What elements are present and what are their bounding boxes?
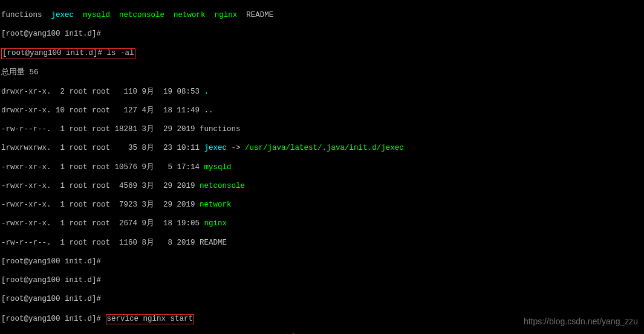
prompt-line: [root@yang100 init.d]#	[1, 276, 643, 286]
ls-row: -rwxr-xr-x. 1 root root 2674 9月 18 19:05…	[1, 219, 643, 229]
file-jexec: jexec	[51, 11, 74, 19]
ls-row: -rwxr-xr-x. 1 root root 10576 9月 5 17:14…	[1, 163, 643, 173]
prompt-line: [root@yang100 init.d]#	[1, 257, 643, 267]
file-mysqld: mysqld	[83, 11, 110, 19]
ls-row: drwxr-xr-x. 10 root root 127 4月 18 11:49…	[1, 106, 643, 116]
ls-row: drwxr-xr-x. 2 root root 110 9月 19 08:53 …	[1, 88, 643, 97]
ls-row: -rwxr-xr-x. 1 root root 4569 3月 29 2019 …	[1, 182, 643, 191]
file-nginx: nginx	[215, 11, 238, 19]
file-netconsole: netconsole	[119, 11, 164, 19]
cmd-ls: [root@yang100 init.d]# ls -al	[1, 48, 643, 59]
total-line: 总用量 56	[1, 68, 643, 78]
watermark-text: https://blog.csdn.net/yang_zzu	[524, 316, 638, 327]
prompt-line: [root@yang100 init.d]#	[1, 30, 643, 39]
terminal-output[interactable]: functions jexec mysqld netconsole networ…	[1, 1, 643, 334]
highlight-box-service: service nginx start	[106, 314, 195, 325]
prompt-line: [root@yang100 init.d]#	[1, 295, 643, 304]
ls-row: -rw-r--r--. 1 root root 18281 3月 29 2019…	[1, 125, 643, 135]
ls-topline: functions jexec mysqld netconsole networ…	[1, 11, 643, 21]
highlight-box-ls: [root@yang100 init.d]# ls -al	[1, 48, 135, 59]
ls-row: -rwxr-xr-x. 1 root root 7923 3月 29 2019 …	[1, 201, 643, 210]
file-network: network	[174, 11, 206, 19]
ls-row: -rw-r--r--. 1 root root 1160 8月 8 2019 R…	[1, 239, 643, 248]
ls-row: lrwxrwxrwx. 1 root root 35 8月 23 10:11 j…	[1, 144, 643, 153]
